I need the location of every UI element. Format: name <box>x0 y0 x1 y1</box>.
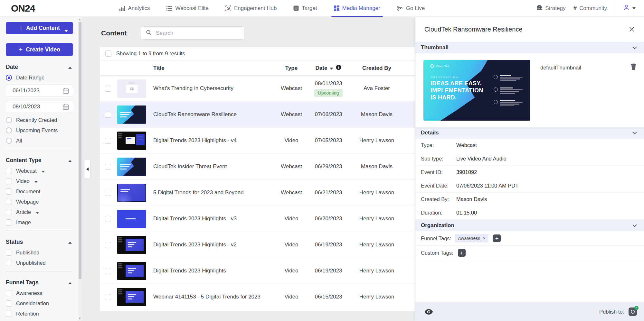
close-icon[interactable] <box>627 25 636 34</box>
checkbox[interactable] <box>6 168 12 174</box>
row-title[interactable]: Webinar 4141153 - 5 Digital Trends for 2… <box>151 294 274 300</box>
row-title[interactable]: What's Trending in Cybersecurity <box>151 85 274 92</box>
status-section-header[interactable]: Status <box>6 239 73 245</box>
info-icon[interactable] <box>336 65 341 72</box>
add-funnel-tag-button[interactable] <box>493 234 501 242</box>
sort-caret-icon[interactable] <box>330 65 333 71</box>
table-row[interactable]: CloudTek Insider Threat EventWebcast06/2… <box>100 154 415 180</box>
caret-down-icon[interactable] <box>34 178 38 184</box>
table-row[interactable]: Webinar 4141153 - 5 Digital Trends for 2… <box>100 284 415 310</box>
radio-all[interactable]: All <box>6 138 73 144</box>
select-all-checkbox[interactable] <box>105 50 111 57</box>
row-title[interactable]: Digital Trends 2023 Highlights - v2 <box>151 242 274 248</box>
funnel-tag-chip[interactable]: Awareness <box>455 234 488 243</box>
nav-webcast-elite[interactable]: Webcast Elite <box>166 0 209 17</box>
radio[interactable] <box>6 117 12 123</box>
caret-down-icon[interactable] <box>64 27 68 34</box>
column-type[interactable]: Type <box>274 65 309 71</box>
scroll-down-icon[interactable]: ▼ <box>78 317 81 320</box>
radio[interactable] <box>6 138 12 144</box>
radio-selected[interactable] <box>6 75 12 81</box>
sidebar-scrollbar[interactable]: ▲ ▼ <box>78 17 82 321</box>
checkbox[interactable] <box>6 199 12 205</box>
content-type-section-header[interactable]: Content Type <box>6 157 73 164</box>
add-custom-tag-button[interactable] <box>458 249 466 257</box>
chevron-down-icon[interactable] <box>632 224 637 227</box>
remove-tag-icon[interactable] <box>483 236 486 241</box>
add-content-button[interactable]: Add Content <box>6 22 73 34</box>
filter-document[interactable]: Document <box>6 188 73 195</box>
row-checkbox[interactable] <box>105 86 111 92</box>
search-box[interactable] <box>141 26 244 40</box>
row-title[interactable]: Digital Trends 2023 Highlights <box>151 268 274 274</box>
filter-article[interactable]: Article <box>6 209 73 215</box>
radio-upcoming-events[interactable]: Upcoming Events <box>6 127 73 133</box>
filter-consideration[interactable]: Consideration <box>6 300 73 307</box>
checkbox[interactable] <box>6 188 12 195</box>
filter-retention[interactable]: Retention <box>6 311 73 317</box>
nav-strategy[interactable]: Strategy <box>536 5 565 12</box>
row-checkbox[interactable] <box>105 164 111 170</box>
chevron-down-icon[interactable] <box>632 132 637 134</box>
filter-published[interactable]: Published <box>6 250 73 256</box>
thumbnail-section-bar[interactable]: Thumbnail <box>415 42 644 53</box>
create-video-button[interactable]: Create Video <box>6 43 73 56</box>
thumbnail-image[interactable]: CloudTek PRESENTATION IDEAS ARE EASY. IM… <box>423 60 530 121</box>
radio[interactable] <box>6 127 12 133</box>
filter-unpublished[interactable]: Unpublished <box>6 260 73 266</box>
caret-down-icon[interactable] <box>36 209 39 215</box>
checkbox[interactable] <box>6 219 12 225</box>
row-checkbox[interactable] <box>105 216 111 222</box>
caret-down-icon[interactable] <box>42 168 45 174</box>
checkbox[interactable] <box>6 209 12 215</box>
row-title[interactable]: Digital Trends 2023 Highlights - v3 <box>151 216 274 222</box>
date-to-input[interactable]: 08/10/2023 <box>6 101 73 113</box>
row-title[interactable]: Digital Trends 2023 Highlights - v4 <box>151 137 274 144</box>
search-input[interactable] <box>155 30 240 37</box>
nav-analytics[interactable]: Analytics <box>119 0 150 17</box>
row-title[interactable]: CloudTek Ransomware Resilience <box>151 111 274 118</box>
radio-date-range[interactable]: Date Range <box>6 75 73 81</box>
date-from-input[interactable]: 06/11/2023 <box>6 85 73 97</box>
row-checkbox[interactable] <box>105 242 111 248</box>
row-title[interactable]: 5 Digital Trends for 2023 and Beyond <box>151 189 274 196</box>
radio-recently-created[interactable]: Recently Created <box>6 117 73 123</box>
checkbox[interactable] <box>6 178 12 184</box>
calendar-icon[interactable] <box>63 104 69 110</box>
table-row[interactable]: CloudTek Ransomware ResilienceWebcast07/… <box>100 102 415 128</box>
row-checkbox[interactable] <box>105 190 111 196</box>
nav-media-manager[interactable]: Media Manager <box>334 0 380 17</box>
checkbox[interactable] <box>6 260 12 266</box>
table-row[interactable]: Digital Trends 2023 Highlights - v4Video… <box>100 128 415 154</box>
table-row[interactable]: What's Trending in CybersecurityWebcast0… <box>100 76 415 102</box>
on24-logo[interactable]: ON24 <box>11 3 35 14</box>
checkbox[interactable] <box>6 250 12 256</box>
nav-target[interactable]: Target <box>293 0 317 17</box>
checkbox[interactable] <box>6 290 12 296</box>
publish-icon[interactable] <box>629 307 637 316</box>
row-checkbox[interactable] <box>105 268 111 274</box>
checkbox[interactable] <box>6 311 12 317</box>
column-date[interactable]: Date <box>309 65 348 72</box>
nav-community[interactable]: Community <box>573 5 607 12</box>
scroll-up-icon[interactable]: ▲ <box>78 18 81 21</box>
user-menu[interactable] <box>623 4 636 13</box>
chevron-down-icon[interactable] <box>632 46 637 49</box>
details-section-bar[interactable]: Details <box>415 127 644 139</box>
nav-go-live[interactable]: Go Live <box>397 0 425 17</box>
filter-webpage[interactable]: Webpage <box>6 199 73 205</box>
table-row[interactable]: Digital Trends 2023 Highlights - v2Video… <box>100 232 415 258</box>
scrollbar-thumb[interactable] <box>79 22 81 279</box>
column-title[interactable]: Title <box>151 65 274 71</box>
table-row[interactable]: Digital Trends 2023 Highlights - v3Video… <box>100 206 415 232</box>
filter-webcast[interactable]: Webcast <box>6 168 73 174</box>
filter-video[interactable]: Video <box>6 178 73 184</box>
column-created-by[interactable]: Created By <box>348 65 406 71</box>
organization-section-bar[interactable]: Organization <box>415 220 644 231</box>
filter-awareness[interactable]: Awareness <box>6 290 73 296</box>
table-row[interactable]: 5 Digital Trends for 2023 and BeyondWebc… <box>100 180 415 206</box>
trash-icon[interactable] <box>631 63 636 71</box>
table-row[interactable]: Digital Trends 2023 HighlightsVideo06/19… <box>100 258 415 284</box>
calendar-icon[interactable] <box>63 88 69 94</box>
nav-engagement-hub[interactable]: Engagement Hub <box>225 0 277 17</box>
